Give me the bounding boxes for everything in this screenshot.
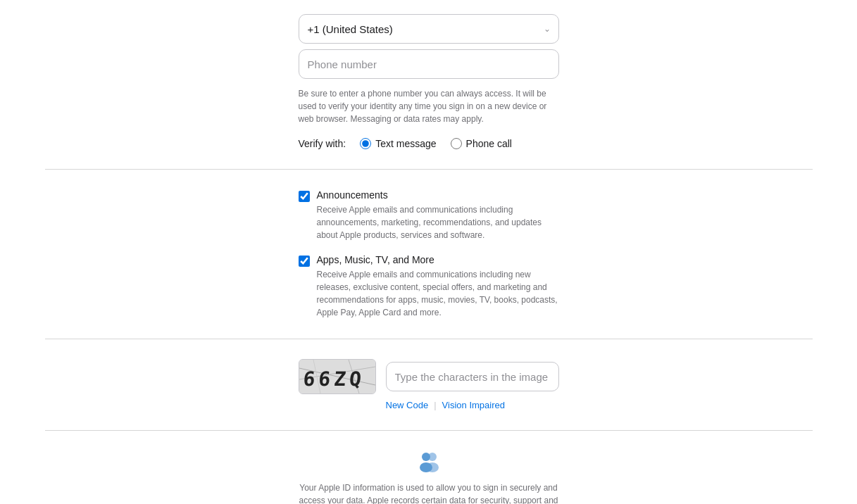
phone-hint: Be sure to enter a phone number you can …	[299, 87, 559, 125]
phone-call-option[interactable]: Phone call	[451, 138, 512, 149]
page-wrapper: +1 (United States) +44 (United Kingdom) …	[0, 0, 857, 504]
svg-point-9	[420, 462, 432, 472]
text-message-option[interactable]: Text message	[360, 138, 436, 149]
privacy-section: Your Apple ID information is used to all…	[45, 431, 813, 504]
svg-text:66ZQ: 66ZQ	[302, 367, 365, 391]
country-select-wrapper[interactable]: +1 (United States) +44 (United Kingdom) …	[299, 14, 559, 44]
svg-point-8	[422, 453, 430, 461]
announcements-item: Announcements Receive Apple emails and c…	[299, 189, 559, 241]
announcements-section: Announcements Receive Apple emails and c…	[45, 170, 813, 339]
apps-music-text-group: Apps, Music, TV, and More Receive Apple …	[317, 254, 559, 319]
captcha-links: New Code | Vision Impaired	[299, 400, 559, 410]
text-message-radio[interactable]	[360, 138, 371, 149]
captcha-image: 66ZQ	[299, 359, 376, 394]
phone-input[interactable]	[299, 49, 559, 79]
captcha-section: 66ZQ New Code | Vision Impaired	[45, 339, 813, 431]
captcha-area: 66ZQ New Code | Vision Impaired	[299, 359, 559, 410]
verify-row: Verify with: Text message Phone call	[299, 138, 559, 149]
announcements-desc: Receive Apple emails and communications …	[317, 203, 559, 241]
captcha-input[interactable]	[386, 362, 559, 391]
country-select[interactable]: +1 (United States) +44 (United Kingdom) …	[299, 14, 559, 44]
captcha-row: 66ZQ	[299, 359, 559, 394]
captcha-link-separator: |	[434, 400, 436, 410]
text-message-label: Text message	[375, 138, 436, 149]
apps-music-item: Apps, Music, TV, and More Receive Apple …	[299, 254, 559, 319]
apps-music-checkbox[interactable]	[299, 256, 310, 267]
announcements-title: Announcements	[317, 189, 559, 201]
announcements-text-group: Announcements Receive Apple emails and c…	[317, 189, 559, 241]
privacy-icon	[415, 451, 443, 473]
new-code-link[interactable]: New Code	[386, 400, 429, 410]
privacy-area: Your Apple ID information is used to all…	[299, 451, 559, 504]
captcha-svg: 66ZQ	[299, 360, 375, 393]
phone-call-radio[interactable]	[451, 138, 462, 149]
privacy-text-main: Your Apple ID information is used to all…	[299, 483, 558, 504]
privacy-text: Your Apple ID information is used to all…	[299, 481, 559, 504]
announcements-area: Announcements Receive Apple emails and c…	[299, 189, 559, 319]
apps-music-desc: Receive Apple emails and communications …	[317, 268, 559, 319]
apps-music-title: Apps, Music, TV, and More	[317, 254, 559, 265]
phone-section: +1 (United States) +44 (United Kingdom) …	[45, 0, 813, 170]
main-content: +1 (United States) +44 (United Kingdom) …	[45, 0, 813, 504]
phone-form-area: +1 (United States) +44 (United Kingdom) …	[299, 14, 559, 149]
phone-call-label: Phone call	[466, 138, 512, 149]
people-icon	[415, 451, 443, 473]
verify-label: Verify with:	[299, 138, 346, 149]
announcements-checkbox[interactable]	[299, 191, 310, 202]
vision-impaired-link[interactable]: Vision Impaired	[442, 400, 505, 410]
